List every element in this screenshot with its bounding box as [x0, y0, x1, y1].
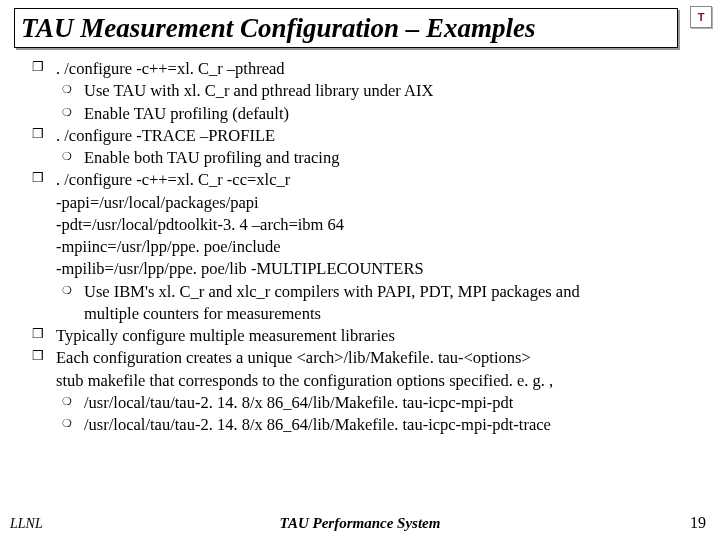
title-box: TAU Measurement Configuration – Examples: [14, 8, 678, 48]
content-line: Use TAU with xl. C_r and pthread library…: [28, 80, 700, 102]
content-line: . /configure -c++=xl. C_r –pthread: [28, 58, 700, 80]
content-line: Enable both TAU profiling and tracing: [28, 147, 700, 169]
slide-content: . /configure -c++=xl. C_r –pthreadUse TA…: [28, 58, 700, 437]
content-line: -papi=/usr/local/packages/papi: [28, 192, 700, 214]
content-line: Enable TAU profiling (default): [28, 103, 700, 125]
content-line: -mpiinc=/usr/lpp/ppe. poe/include: [28, 236, 700, 258]
footer-right: 19: [690, 514, 706, 532]
content-line: /usr/local/tau/tau-2. 14. 8/x 86_64/lib/…: [28, 414, 700, 436]
slide: TAU Measurement Configuration – Examples…: [0, 0, 720, 540]
slide-title: TAU Measurement Configuration – Examples: [21, 13, 536, 44]
content-line: . /configure -TRACE –PROFILE: [28, 125, 700, 147]
content-line: -mpilib=/usr/lpp/ppe. poe/lib -MULTIPLEC…: [28, 258, 700, 280]
content-line: Typically configure multiple measurement…: [28, 325, 700, 347]
content-line: Each configuration creates a unique <arc…: [28, 347, 700, 369]
content-line: . /configure -c++=xl. C_r -cc=xlc_r: [28, 169, 700, 191]
logo-icon: T: [690, 6, 712, 28]
footer-center: TAU Performance System: [0, 515, 720, 532]
content-line: multiple counters for measurements: [28, 303, 700, 325]
content-line: stub makefile that corresponds to the co…: [28, 370, 700, 392]
content-line: /usr/local/tau/tau-2. 14. 8/x 86_64/lib/…: [28, 392, 700, 414]
content-line: Use IBM's xl. C_r and xlc_r compilers wi…: [28, 281, 700, 303]
content-line: -pdt=/usr/local/pdtoolkit-3. 4 –arch=ibm…: [28, 214, 700, 236]
